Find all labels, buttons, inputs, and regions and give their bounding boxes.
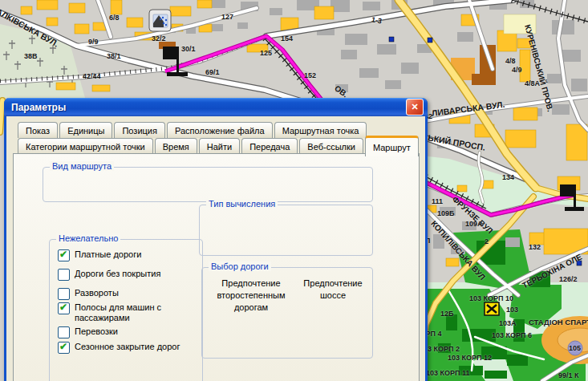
close-icon[interactable]: ✕ — [406, 99, 424, 116]
avoid-item-0[interactable]: Платные дороги — [58, 249, 196, 261]
map-label-17: 125 — [260, 50, 272, 57]
map-label-33: 126/2 — [559, 276, 578, 283]
group-calc-type: Тип вычисления — [199, 205, 373, 256]
avoid-checkbox-2[interactable] — [58, 288, 70, 300]
tab-row-1: ПоказЕдиницыПозицияРасположение файлаМар… — [18, 122, 368, 138]
map-label-26: 134 — [502, 174, 514, 181]
map-label-38: 103 КОРП 6 — [492, 332, 532, 339]
avoid-label-0: Платные дороги — [75, 249, 195, 260]
map-label-19: 69/1 — [205, 69, 220, 76]
road-choice-left-label: Предпочтение второстепенным дорогам — [209, 278, 293, 314]
map-label-27: 111 — [432, 198, 443, 205]
dialog-titlebar[interactable]: Параметры ✕ — [4, 98, 428, 116]
map-label-14: 38/1 — [107, 53, 121, 60]
map-label-16: 127 — [221, 14, 233, 21]
map-label-15: 42/44 — [83, 73, 101, 80]
group-route-type: Вид маршрута — [43, 167, 373, 202]
avoid-label-5: Сезонное закрытие дорог — [75, 342, 195, 352]
group-road-choice-label: Выбор дороги — [209, 261, 271, 271]
dialog-title: Параметры — [6, 102, 406, 113]
avoid-item-2[interactable]: Развороты — [58, 288, 196, 300]
map-label-41: 103 КОРП 12 — [448, 355, 492, 362]
group-route-type-label: Вид маршрута — [50, 161, 114, 171]
map-label-34: 12Б — [440, 310, 453, 318]
tab-row1-1[interactable]: Единицы — [59, 122, 112, 138]
map-label-29: 109А — [465, 221, 483, 228]
avoid-checkbox-1[interactable] — [58, 269, 70, 281]
avoid-checkbox-5[interactable] — [58, 342, 70, 354]
tab-row1-3[interactable]: Расположение файла — [167, 122, 273, 138]
tab-row2-2[interactable]: Найти — [199, 138, 240, 154]
tab-row1-4[interactable]: Маршрутная точка — [274, 122, 367, 138]
bank-x-icon — [485, 302, 499, 315]
road-choice-right-label: Предпочтение шоссе — [298, 278, 367, 302]
tab-row1-2[interactable]: Позиция — [114, 122, 165, 138]
map-label-28: 109Б — [437, 210, 455, 217]
group-calc-type-label: Тип вычисления — [206, 199, 278, 209]
group-road-choice: Выбор дороги Предпочтение второстепенным… — [201, 267, 373, 359]
avoid-item-1[interactable]: Дороги без покрытия — [58, 269, 196, 281]
parameters-dialog: Параметры ✕ ПоказЕдиницыПозицияРасположе… — [4, 98, 428, 381]
group-avoid: Нежелательно Платные дорогиДороги без по… — [49, 239, 203, 381]
avoid-label-2: Развороты — [75, 288, 195, 298]
map-label-35: 103 КОРП 10 — [469, 295, 513, 302]
map-label-31: 2 — [485, 238, 489, 245]
map-label-7: СТАДІОН СПАРТА — [529, 318, 588, 326]
map-label-13: 38В — [24, 53, 38, 60]
tab-row1-0[interactable]: Показ — [18, 122, 58, 138]
avoid-checkbox-4[interactable] — [58, 326, 70, 338]
avoid-item-3[interactable]: Полосы для машин с пассажирами — [58, 302, 196, 323]
map-label-36: 103 — [506, 306, 518, 314]
avoid-label-3: Полосы для машин с пассажирами — [75, 302, 195, 323]
map-label-23: 4/9 — [512, 67, 522, 74]
avoid-label-1: Дороги без покрытия — [75, 269, 195, 279]
map-label-9: 6/8 — [109, 14, 120, 22]
map-label-37: 103А — [499, 320, 517, 327]
map-label-21: 152 — [304, 72, 316, 79]
map-label-22: 4/8 — [505, 58, 516, 65]
tab-row2-1[interactable]: Время — [155, 138, 197, 154]
avoid-checkbox-3[interactable] — [58, 302, 70, 314]
avoid-item-5[interactable]: Сезонное закрытие дорог — [58, 342, 196, 354]
photo-marker-icon — [149, 10, 171, 31]
map-label-10: 9/9 — [88, 39, 99, 46]
map-label-32: 132 — [529, 244, 541, 251]
map-label-44: 99/1 К — [558, 372, 579, 379]
map-label-11: 32/2 — [152, 35, 166, 43]
tab-row2-4[interactable]: Веб-ссылки — [299, 138, 363, 154]
tab-row2-5[interactable]: Маршрут — [365, 136, 419, 156]
tab-row2-3[interactable]: Передача — [241, 138, 298, 154]
map-label-43: 105 — [569, 345, 581, 352]
group-avoid-label: Нежелательно — [56, 233, 120, 243]
map-label-18: 154 — [281, 35, 293, 43]
map-label-12: 30/1 — [181, 46, 196, 53]
avoid-checkbox-0[interactable] — [58, 249, 70, 261]
map-label-42: 103 КОРП 11 — [426, 370, 470, 377]
tab-row2-0[interactable]: Категории маршрутной точки — [18, 138, 153, 154]
app-screen: АЛКІВСЬКА ВУЛ.КУРЕНІВСЬКИЙ ПРОВ.ЛИВАРСЬК… — [0, 0, 588, 381]
map-label-24: 4/8А — [525, 80, 540, 87]
avoid-item-4[interactable]: Перевозки — [58, 326, 196, 338]
avoid-label-4: Перевозки — [75, 326, 195, 337]
